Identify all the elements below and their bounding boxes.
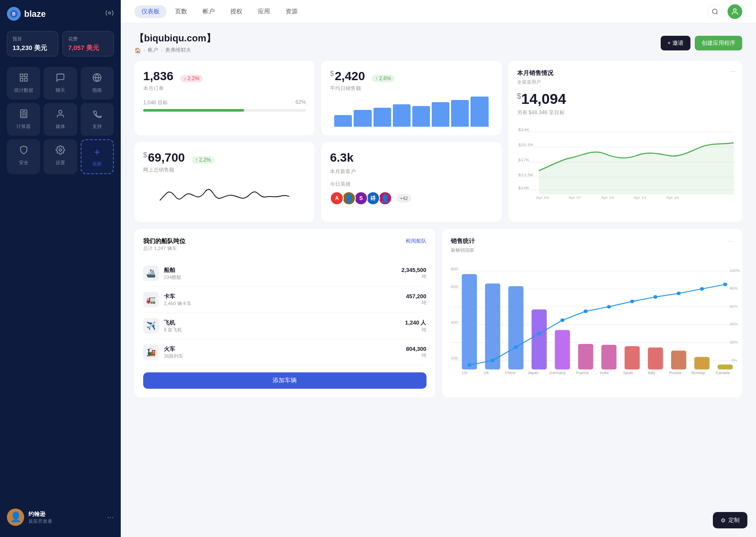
truck-unit: 吨: [406, 300, 427, 306]
guide-icon: [92, 73, 102, 84]
support-icon: [92, 109, 102, 121]
svg-text:0%: 0%: [731, 358, 737, 362]
monthly-sales-title: 本月销售情况: [517, 69, 734, 77]
svg-text:200: 200: [451, 356, 458, 360]
nav-label-analytics: 统计数据: [14, 87, 33, 94]
svg-text:India: India: [599, 371, 608, 375]
truck-amount: 457,200: [406, 293, 427, 300]
nav-item-analytics[interactable]: 统计数据: [7, 67, 40, 100]
monthly-sales-card: 本月销售情况 全渠道用户 ··· $14,094 另有 $48,346 至目标: [508, 61, 742, 222]
settings-icon[interactable]: [105, 9, 114, 19]
tab-apps[interactable]: 应用: [251, 5, 277, 18]
svg-rect-53: [531, 309, 546, 369]
orders-label: 本月订单: [143, 85, 306, 92]
nav-item-chat[interactable]: 聊天: [44, 67, 77, 100]
nav-label-guide: 指南: [92, 87, 102, 94]
svg-text:$10K: $10K: [518, 186, 530, 190]
top-nav: 仪表板 页数 帐户 授权 应用 资源: [121, 0, 756, 23]
svg-rect-60: [694, 357, 709, 369]
user-info: 👤 约翰逊 反应开发者: [7, 509, 52, 526]
svg-text:Spain: Spain: [623, 371, 633, 375]
more-options-sales[interactable]: ···: [728, 237, 734, 245]
calculator-icon: [19, 109, 28, 121]
fleet-item-train: 🚂 火车 36路列车 804,300 吨: [143, 339, 427, 365]
nav-item-media[interactable]: 媒体: [44, 103, 77, 136]
page-title-area: 【biqubiqu.com】 🏠 › 帐户 › 奥弗维耶夫: [135, 32, 216, 54]
svg-rect-58: [648, 347, 663, 369]
sales-stats-card: 销售统计 最畅销国家 ···: [442, 229, 743, 397]
nav-item-security[interactable]: 安全: [7, 139, 40, 174]
customize-icon: ⚙: [721, 517, 726, 524]
header-actions: + 邀请 创建应用程序: [661, 36, 742, 50]
svg-rect-55: [578, 344, 593, 369]
more-options-monthly[interactable]: ···: [730, 67, 736, 76]
svg-point-24: [734, 9, 736, 11]
fleet-title-area: 我们的船队吨位 总计 1,247 辆车: [143, 237, 185, 259]
svg-text:Germany: Germany: [549, 371, 566, 375]
nav-item-calculator[interactable]: 计算器: [7, 103, 40, 136]
budget-row: 预算 13,230 美元 花费 7,057 美元: [7, 31, 114, 56]
tab-auth[interactable]: 授权: [223, 5, 249, 18]
tab-pages[interactable]: 页数: [168, 5, 194, 18]
view-fleet-button[interactable]: 检阅船队: [406, 237, 427, 245]
train-amount: 804,300: [406, 346, 427, 352]
heroes-section: 今日英雄 A 👤 S 碍 👤 +42: [330, 181, 492, 205]
svg-point-78: [560, 318, 564, 322]
train-info: 火车 36路列车: [164, 345, 401, 359]
nav-label-support: 支持: [92, 123, 102, 130]
avg-sales-value: $2,420: [330, 69, 365, 83]
svg-point-76: [514, 345, 518, 349]
plane-name: 飞机: [164, 319, 400, 327]
settings-gear-icon: [56, 145, 65, 157]
breadcrumb-accounts[interactable]: 帐户: [148, 47, 158, 54]
create-app-button[interactable]: 创建应用程序: [695, 36, 742, 50]
heroes-label: 今日英雄: [330, 181, 492, 188]
svg-text:60%: 60%: [730, 304, 738, 308]
tab-accounts[interactable]: 帐户: [196, 5, 222, 18]
orders-card: 1,836 ↓ 2.2% 本月订单 1,048 目标 62%: [135, 61, 314, 135]
svg-text:Apr 07: Apr 07: [568, 196, 581, 200]
svg-point-74: [467, 363, 471, 367]
search-button[interactable]: [708, 4, 722, 19]
plane-count: 8 架飞机: [164, 327, 400, 333]
fleet-subtitle: 总计 1,247 辆车: [143, 245, 185, 252]
orders-badge: ↓ 2.2%: [180, 75, 203, 82]
svg-point-82: [653, 295, 657, 299]
svg-text:$13.5K: $13.5K: [518, 173, 533, 177]
add-vehicle-button[interactable]: 添加车辆: [143, 372, 427, 389]
nav-item-support[interactable]: 支持: [81, 103, 114, 136]
train-count: 36路列车: [164, 353, 401, 359]
tab-dashboard[interactable]: 仪表板: [135, 5, 166, 18]
svg-point-77: [537, 332, 541, 335]
train-unit: 吨: [406, 352, 427, 359]
svg-rect-5: [20, 78, 22, 81]
user-avatar-nav[interactable]: [728, 4, 742, 19]
nav-item-settings[interactable]: 设置: [44, 139, 77, 174]
expense-card: 花费 7,057 美元: [63, 31, 114, 56]
nav-item-guide[interactable]: 指南: [81, 67, 114, 100]
customize-button[interactable]: ⚙ 定制: [713, 512, 747, 528]
plane-icon: ✈️: [143, 318, 159, 334]
nav-item-add[interactable]: + 添新: [81, 139, 114, 174]
svg-text:Apr 16: Apr 16: [666, 196, 679, 200]
nav-label-settings: 设置: [56, 159, 65, 166]
svg-point-2: [109, 12, 111, 14]
user-details: 约翰逊 反应开发者: [28, 510, 52, 525]
tab-resources[interactable]: 资源: [279, 5, 304, 18]
more-options-icon[interactable]: ⋯: [107, 513, 114, 521]
svg-text:China: China: [505, 371, 515, 375]
fleet-item-plane: ✈️ 飞机 8 架飞机 1,240 人 吨: [143, 313, 427, 339]
monthly-sales-subtitle: 全渠道用户: [517, 79, 734, 85]
progress-fill: [143, 109, 244, 112]
customize-label: 定制: [728, 516, 740, 524]
svg-point-84: [700, 287, 703, 290]
fleet-item-truck: 🚛 卡车 1,460 辆卡车 457,200 吨: [143, 287, 427, 313]
nav-label-chat: 聊天: [56, 87, 65, 94]
fleet-card: 我们的船队吨位 总计 1,247 辆车 检阅船队 🚢 船舶 234艘舰 2,34…: [135, 229, 435, 397]
truck-name: 卡车: [164, 293, 401, 300]
page-title: 【biqubiqu.com】: [135, 32, 216, 45]
invite-button[interactable]: + 邀请: [661, 36, 690, 50]
progress-target-label: 1,048 目标: [143, 99, 168, 106]
svg-rect-54: [555, 330, 570, 369]
user-name: 约翰逊: [28, 510, 52, 518]
